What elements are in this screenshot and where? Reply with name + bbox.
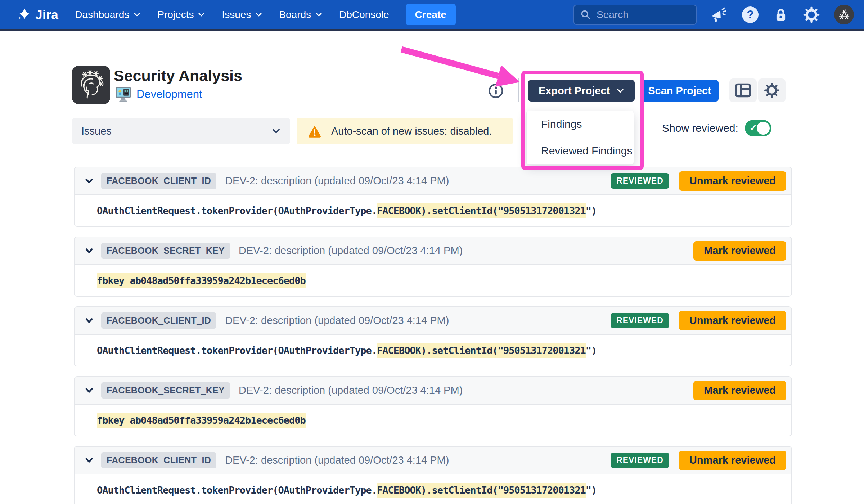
jira-logo[interactable]: Jira [17,8,58,22]
finding-type-tag: FACEBOOK_CLIENT_ID [101,312,216,329]
scan-project-button[interactable]: Scan Project [641,80,719,102]
search-input[interactable] [596,9,690,21]
warning-text: Auto-scan of new issues: disabled. [331,125,492,137]
show-reviewed-label: Show reviewed: [662,122,738,134]
menu-item-reviewed-findings[interactable]: Reviewed Findings [527,138,634,164]
search-icon [580,9,591,21]
finding-body: fbkey ab048ad50ffa33959a242b1ecec6ed0b [75,265,791,296]
secret-highlight: FACEBOOK).setClientId("950513172001321 [377,203,586,218]
finding-code: OAuthClientRequest.tokenProvider(OAuthPr… [97,485,597,496]
chevron-down-icon[interactable] [84,316,94,325]
finding-body: OAuthClientRequest.tokenProvider(OAuthPr… [75,474,791,504]
finding-type-tag: FACEBOOK_CLIENT_ID [101,173,216,189]
chevron-down-icon [271,126,281,136]
finding-card: FACEBOOK_SECRET_KEY DEV-2: description (… [74,237,792,297]
finding-type-tag: FACEBOOK_SECRET_KEY [101,382,230,399]
project-link[interactable]: Development [136,88,202,101]
secret-highlight: fbkey ab048ad50ffa33959a242b1ecec6ed0b [97,413,306,428]
chevron-down-icon[interactable] [84,455,94,465]
chevron-down-icon [255,11,262,18]
finding-header[interactable]: FACEBOOK_CLIENT_ID DEV-2: description (u… [75,167,791,195]
finding-description: DEV-2: description (updated 09/Oct/23 4:… [239,245,686,257]
nav-issues[interactable]: Issues [222,9,262,21]
top-navigation: Jira Dashboards Projects Issues Boards D… [0,0,864,31]
finding-body: OAuthClientRequest.tokenProvider(OAuthPr… [75,335,791,366]
finding-body: OAuthClientRequest.tokenProvider(OAuthPr… [75,195,791,226]
warning-icon [307,124,322,138]
chevron-down-icon [133,11,141,18]
finding-card: FACEBOOK_CLIENT_ID DEV-2: description (u… [74,306,792,366]
toggle-knob [757,122,770,135]
chevron-down-icon[interactable] [84,386,94,395]
autoscan-warning: Auto-scan of new issues: disabled. [297,118,513,144]
chevron-down-icon [315,11,323,18]
header-divider [518,78,519,102]
gear-icon [764,82,780,98]
finding-code: OAuthClientRequest.tokenProvider(OAuthPr… [97,205,597,216]
check-icon: ✓ [750,123,757,133]
finding-code: fbkey ab048ad50ffa33959a242b1ecec6ed0b [97,415,306,426]
project-avatar [72,66,110,104]
nav-boards[interactable]: Boards [279,9,323,21]
menu-item-findings[interactable]: Findings [527,111,634,138]
lock-icon[interactable] [773,7,789,23]
finding-type-tag: FACEBOOK_CLIENT_ID [101,452,216,468]
gear-icon[interactable] [803,6,820,23]
reviewed-badge: REVIEWED [611,173,669,189]
finding-code: OAuthClientRequest.tokenProvider(OAuthPr… [97,345,597,356]
finding-code: fbkey ab048ad50ffa33959a242b1ecec6ed0b [97,275,306,286]
project-settings-button[interactable] [758,78,786,102]
finding-type-tag: FACEBOOK_SECRET_KEY [101,243,230,259]
finding-body: fbkey ab048ad50ffa33959a242b1ecec6ed0b [75,405,791,436]
findings-list: FACEBOOK_CLIENT_ID DEV-2: description (u… [74,167,792,504]
main-content: Security Analysis Development Export Pro… [0,0,864,504]
user-avatar[interactable] [834,5,854,24]
chevron-down-icon[interactable] [84,176,94,186]
export-dropdown-menu: Findings Reviewed Findings [526,111,634,165]
show-reviewed-toggle[interactable]: ✓ [745,120,771,136]
export-project-button[interactable]: Export Project [528,80,635,102]
finding-card: FACEBOOK_SECRET_KEY DEV-2: description (… [74,376,792,436]
help-icon[interactable]: ? [742,6,759,23]
chevron-down-icon [198,11,205,18]
brand-text: Jira [35,8,58,22]
finding-description: DEV-2: description (updated 09/Oct/23 4:… [225,454,604,466]
create-button[interactable]: Create [406,4,456,25]
jira-logo-icon [17,8,32,22]
layout-panel-icon [735,83,751,98]
announcements-icon[interactable] [711,6,728,23]
project-category-icon [114,86,132,103]
secret-highlight: FACEBOOK).setClientId("950513172001321 [377,483,586,498]
nav-projects[interactable]: Projects [157,9,205,21]
finding-header[interactable]: FACEBOOK_CLIENT_ID DEV-2: description (u… [75,447,791,474]
detail-view-button[interactable] [729,78,757,102]
secret-highlight: FACEBOOK).setClientId("950513172001321 [377,343,586,358]
finding-description: DEV-2: description (updated 09/Oct/23 4:… [225,175,604,187]
finding-header[interactable]: FACEBOOK_SECRET_KEY DEV-2: description (… [75,377,791,405]
reviewed-badge: REVIEWED [611,313,669,328]
nav-dashboards[interactable]: Dashboards [75,9,141,21]
finding-description: DEV-2: description (updated 09/Oct/23 4:… [239,384,686,396]
mark-reviewed-button[interactable]: Mark reviewed [693,381,786,400]
unmark-reviewed-button[interactable]: Unmark reviewed [679,451,786,470]
reviewed-badge: REVIEWED [611,453,669,468]
page-title: Security Analysis [114,67,242,85]
search-box[interactable] [573,5,697,25]
issues-filter-dropdown[interactable]: Issues [72,118,290,144]
nav-dbconsole[interactable]: DbConsole [339,9,389,21]
finding-card: FACEBOOK_CLIENT_ID DEV-2: description (u… [74,446,792,504]
chevron-down-icon [616,87,624,95]
info-icon[interactable] [488,83,504,100]
finding-header[interactable]: FACEBOOK_SECRET_KEY DEV-2: description (… [75,237,791,265]
finding-card: FACEBOOK_CLIENT_ID DEV-2: description (u… [74,167,792,227]
secret-highlight: fbkey ab048ad50ffa33959a242b1ecec6ed0b [97,273,306,288]
unmark-reviewed-button[interactable]: Unmark reviewed [679,311,786,330]
finding-header[interactable]: FACEBOOK_CLIENT_ID DEV-2: description (u… [75,307,791,335]
mark-reviewed-button[interactable]: Mark reviewed [693,241,786,261]
chevron-down-icon[interactable] [84,246,94,256]
finding-description: DEV-2: description (updated 09/Oct/23 4:… [225,315,604,327]
unmark-reviewed-button[interactable]: Unmark reviewed [679,171,786,191]
